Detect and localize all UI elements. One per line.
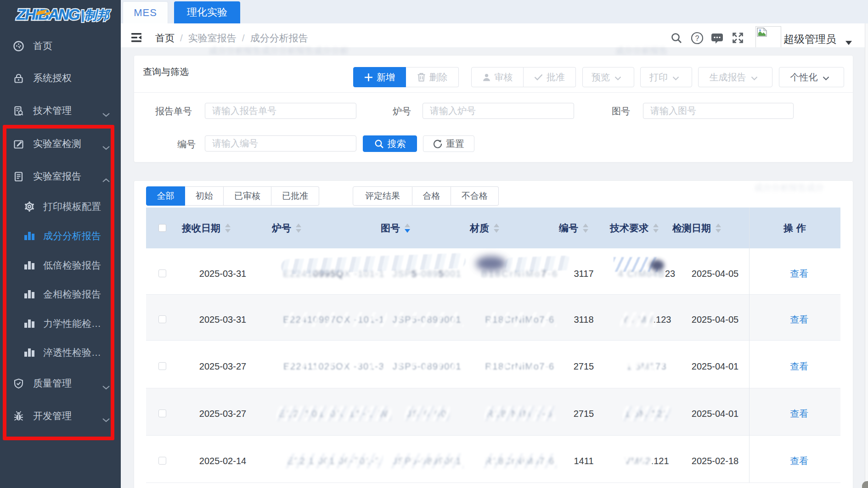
- svg-text:|制邦: |制邦: [81, 8, 111, 22]
- svg-text:?: ?: [695, 34, 699, 42]
